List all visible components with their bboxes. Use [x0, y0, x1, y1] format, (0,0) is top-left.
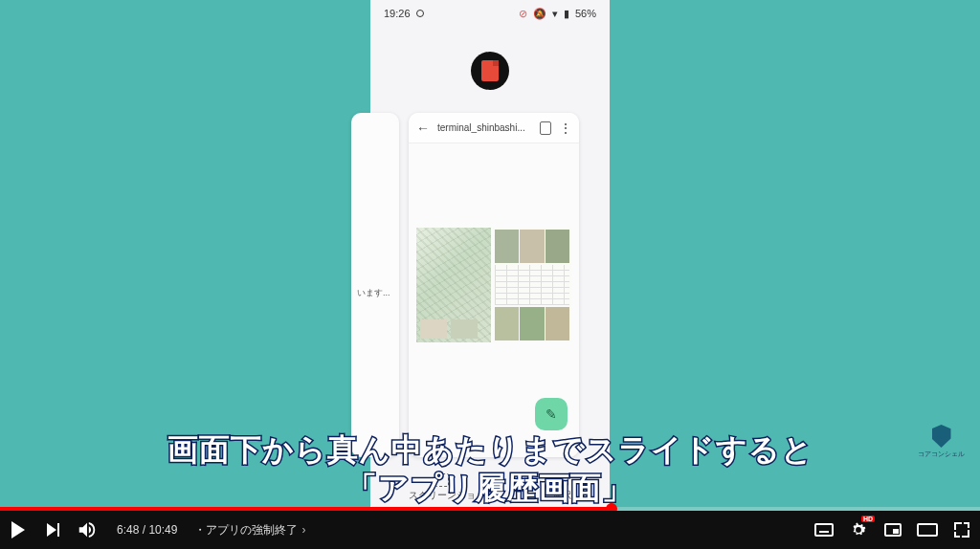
fullscreen-button[interactable]	[951, 519, 972, 540]
recent-card-main[interactable]: ← terminal_shinbashi... ⋮ ✎	[409, 113, 579, 457]
battery-icon: ▮	[564, 8, 569, 20]
subtitle-line1: 画面下から真ん中あたりまでスライドすると	[0, 430, 980, 469]
next-button[interactable]	[42, 519, 63, 540]
theater-button[interactable]	[917, 519, 938, 540]
card-title: terminal_shinbashi...	[437, 122, 532, 133]
time-display: 6:48 / 10:49	[117, 523, 177, 537]
next-icon	[47, 523, 56, 537]
settings-button[interactable]: HD	[848, 519, 869, 540]
info-preview	[493, 228, 571, 342]
subtitles-button[interactable]	[813, 519, 835, 540]
player-controls: 6:48 / 10:49 ・アプリの強制終了› HD	[0, 511, 980, 549]
chapter-button[interactable]: ・アプリの強制終了›	[194, 522, 305, 538]
status-time: 19:26	[384, 8, 411, 19]
miniplayer-icon	[884, 523, 902, 537]
miniplayer-button[interactable]	[882, 519, 903, 540]
phone-statusbar: 19:26 ⊘ 🔕 ▾ ▮ 56%	[370, 0, 610, 27]
hd-badge: HD	[861, 516, 875, 522]
edit-fab[interactable]: ✎	[535, 398, 568, 430]
battery-percent: 56%	[575, 8, 596, 19]
gear-icon	[849, 520, 868, 539]
card-left-text: います...	[357, 287, 390, 299]
duration: 10:49	[148, 523, 177, 537]
dnd-icon: ⊘	[519, 8, 527, 20]
pdf-icon	[481, 60, 499, 81]
edit-icon: ✎	[546, 406, 557, 422]
chevron-right-icon: ›	[301, 523, 305, 537]
theater-icon	[917, 523, 938, 537]
subtitle-caption: 画面下から真ん中あたりまでスライドすると 「アプリ履歴画面」	[0, 430, 980, 511]
chapter-title: ・アプリの強制終了	[194, 523, 298, 537]
document-preview	[416, 228, 571, 342]
back-icon[interactable]: ←	[416, 121, 430, 136]
recent-app-icon[interactable]	[471, 52, 509, 90]
play-icon	[11, 521, 25, 538]
wifi-icon: ▾	[552, 8, 558, 20]
play-button[interactable]	[8, 519, 29, 540]
map-preview	[416, 228, 491, 342]
subtitles-icon	[814, 523, 834, 537]
subtitle-line2: 「アプリ履歴画面」	[0, 469, 980, 507]
fullscreen-icon	[954, 522, 969, 538]
recent-card-previous[interactable]: います...	[351, 113, 399, 457]
current-time: 6:48	[117, 523, 139, 537]
more-icon[interactable]: ⋮	[559, 121, 571, 136]
video-frame: 19:26 ⊘ 🔕 ▾ ▮ 56% います... ← terminal_shin…	[0, 0, 980, 511]
record-indicator-icon	[416, 10, 424, 17]
card-header: ← terminal_shinbashi... ⋮	[409, 113, 579, 143]
mute-icon: 🔕	[533, 8, 546, 20]
document-icon[interactable]	[540, 121, 551, 135]
volume-icon	[77, 519, 98, 540]
volume-button[interactable]	[77, 519, 98, 540]
